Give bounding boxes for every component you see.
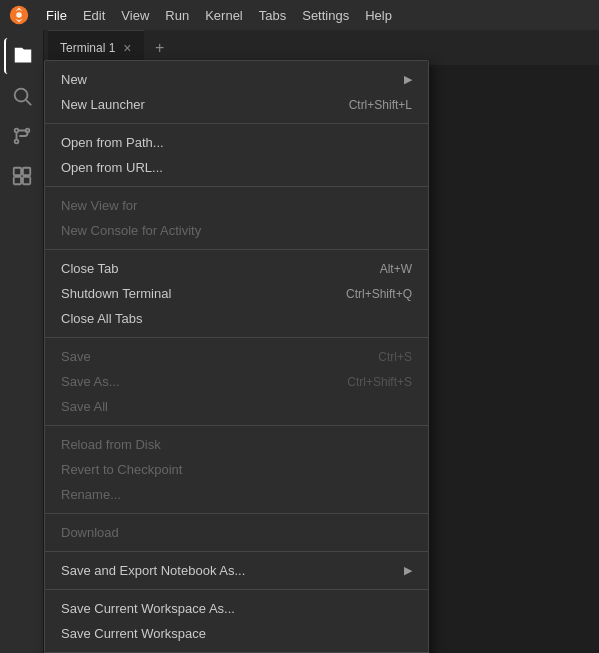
menu-new-launcher-label: New Launcher	[61, 97, 145, 112]
menu-download-label: Download	[61, 525, 119, 540]
menu-new-launcher-shortcut: Ctrl+Shift+L	[349, 98, 412, 112]
app-logo	[4, 0, 34, 30]
menu-reload-disk: Reload from Disk	[45, 432, 428, 457]
menu-new-label: New	[61, 72, 87, 87]
menu-help[interactable]: Help	[357, 4, 400, 27]
svg-point-1	[16, 12, 22, 18]
new-tab-button[interactable]: +	[148, 36, 172, 60]
menu-download: Download	[45, 520, 428, 545]
sidebar-files-icon[interactable]	[4, 38, 40, 74]
menu-section-workspace: Save Current Workspace As... Save Curren…	[45, 594, 428, 648]
svg-line-3	[26, 100, 31, 105]
menu-section-download: Download	[45, 518, 428, 547]
menu-revert-checkpoint: Revert to Checkpoint	[45, 457, 428, 482]
menu-new-console: New Console for Activity	[45, 218, 428, 243]
menu-close-tab-label: Close Tab	[61, 261, 119, 276]
sep-4	[45, 337, 428, 338]
dropdown-overlay: New ▶ New Launcher Ctrl+Shift+L Open fro…	[44, 60, 599, 653]
svg-point-4	[14, 129, 18, 133]
menu-reload-disk-label: Reload from Disk	[61, 437, 161, 452]
menu-save-export-notebook-label: Save and Export Notebook As...	[61, 563, 245, 578]
sidebar-git-icon[interactable]	[4, 118, 40, 154]
menu-rename-label: Rename...	[61, 487, 121, 502]
svg-rect-8	[22, 168, 29, 175]
menu-kernel[interactable]: Kernel	[197, 4, 251, 27]
menu-section-new: New ▶ New Launcher Ctrl+Shift+L	[45, 65, 428, 119]
sidebar-extensions-icon[interactable]	[4, 158, 40, 194]
sep-1	[45, 123, 428, 124]
menu-new-arrow: ▶	[404, 73, 412, 86]
sep-8	[45, 589, 428, 590]
menu-settings[interactable]: Settings	[294, 4, 357, 27]
menu-save-workspace[interactable]: Save Current Workspace	[45, 621, 428, 646]
menu-view[interactable]: View	[113, 4, 157, 27]
menu-section-reload: Reload from Disk Revert to Checkpoint Re…	[45, 430, 428, 509]
svg-rect-7	[13, 168, 20, 175]
menu-new[interactable]: New ▶	[45, 67, 428, 92]
menubar: File Edit View Run Kernel Tabs Settings …	[0, 0, 599, 30]
menu-shutdown-terminal-shortcut: Ctrl+Shift+Q	[346, 287, 412, 301]
menu-revert-checkpoint-label: Revert to Checkpoint	[61, 462, 182, 477]
sep-2	[45, 186, 428, 187]
menu-save-export-notebook[interactable]: Save and Export Notebook As... ▶	[45, 558, 428, 583]
menu-save-shortcut: Ctrl+S	[378, 350, 412, 364]
menu-file[interactable]: File	[38, 4, 75, 27]
menu-tabs[interactable]: Tabs	[251, 4, 294, 27]
menu-save-all-label: Save All	[61, 399, 108, 414]
menu-open-url-label: Open from URL...	[61, 160, 163, 175]
menu-section-save: Save Ctrl+S Save As... Ctrl+Shift+S Save…	[45, 342, 428, 421]
menu-section-view: New View for New Console for Activity	[45, 191, 428, 245]
menu-open-path[interactable]: Open from Path...	[45, 130, 428, 155]
sep-6	[45, 513, 428, 514]
menu-new-console-label: New Console for Activity	[61, 223, 201, 238]
sep-7	[45, 551, 428, 552]
menu-new-view-label: New View for	[61, 198, 137, 213]
menu-open-url[interactable]: Open from URL...	[45, 155, 428, 180]
menu-section-close: Close Tab Alt+W Shutdown Terminal Ctrl+S…	[45, 254, 428, 333]
menu-close-all-tabs[interactable]: Close All Tabs	[45, 306, 428, 331]
main-area: Terminal 1 × + command as administrator …	[44, 30, 599, 653]
svg-point-5	[14, 140, 18, 144]
sep-5	[45, 425, 428, 426]
menu-section-export: Save and Export Notebook As... ▶	[45, 556, 428, 585]
menu-save-as: Save As... Ctrl+Shift+S	[45, 369, 428, 394]
menu-close-all-tabs-label: Close All Tabs	[61, 311, 142, 326]
tab-close-button[interactable]: ×	[123, 40, 131, 56]
menu-save: Save Ctrl+S	[45, 344, 428, 369]
menu-new-launcher[interactable]: New Launcher Ctrl+Shift+L	[45, 92, 428, 117]
menu-open-path-label: Open from Path...	[61, 135, 164, 150]
menu-section-open: Open from Path... Open from URL...	[45, 128, 428, 182]
sep-3	[45, 249, 428, 250]
sidebar-search-icon[interactable]	[4, 78, 40, 114]
svg-rect-10	[22, 177, 29, 184]
menu-save-as-label: Save As...	[61, 374, 120, 389]
menu-edit[interactable]: Edit	[75, 4, 113, 27]
menu-save-workspace-as[interactable]: Save Current Workspace As...	[45, 596, 428, 621]
menu-shutdown-terminal-label: Shutdown Terminal	[61, 286, 171, 301]
file-menu: New ▶ New Launcher Ctrl+Shift+L Open fro…	[44, 60, 429, 653]
menu-shutdown-terminal[interactable]: Shutdown Terminal Ctrl+Shift+Q	[45, 281, 428, 306]
menu-save-export-notebook-arrow: ▶	[404, 564, 412, 577]
menu-save-workspace-label: Save Current Workspace	[61, 626, 206, 641]
menu-new-view: New View for	[45, 193, 428, 218]
menu-save-as-shortcut: Ctrl+Shift+S	[347, 375, 412, 389]
menu-close-tab[interactable]: Close Tab Alt+W	[45, 256, 428, 281]
menu-rename: Rename...	[45, 482, 428, 507]
tab-label: Terminal 1	[60, 41, 115, 55]
sidebar	[0, 30, 44, 653]
menu-save-label: Save	[61, 349, 91, 364]
svg-point-2	[14, 89, 27, 102]
menu-save-all: Save All	[45, 394, 428, 419]
menu-close-tab-shortcut: Alt+W	[380, 262, 412, 276]
menu-save-workspace-as-label: Save Current Workspace As...	[61, 601, 235, 616]
svg-rect-9	[13, 177, 20, 184]
menu-run[interactable]: Run	[157, 4, 197, 27]
